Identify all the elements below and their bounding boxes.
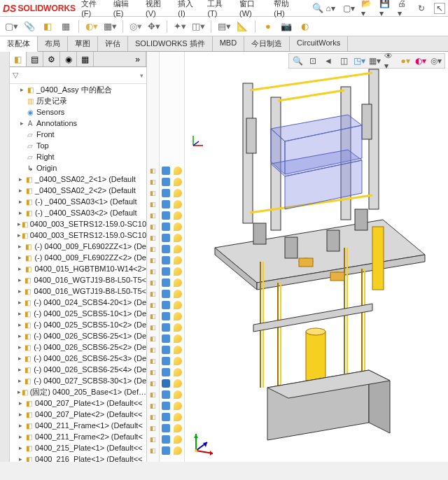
status-cell: [160, 210, 184, 221]
measure-icon[interactable]: 📐: [235, 20, 249, 34]
move-icon[interactable]: ✥▾: [147, 20, 161, 34]
tree-row-part[interactable]: ▸◧(-) 0400_026_SCBS6-25<3> (De: [10, 353, 146, 364]
menu-window[interactable]: 窗口(W): [239, 0, 267, 17]
tree-row-part[interactable]: ▸◧0400_015_HGBTBM10-W14<2>: [10, 263, 146, 274]
bom-icon[interactable]: ▤▾: [217, 20, 231, 34]
menu-insert[interactable]: 插入(I): [178, 0, 200, 17]
tree-row-origin[interactable]: ↳Origin: [10, 162, 146, 174]
menu-edit[interactable]: 编辑(E): [113, 0, 139, 17]
print-icon[interactable]: 🖨▾: [398, 3, 409, 14]
tree-row-plane[interactable]: ▱Right: [10, 151, 146, 162]
status-cell: [160, 277, 184, 288]
explode-icon[interactable]: ✦▾: [173, 20, 187, 34]
tab-mbd[interactable]: MBD: [213, 36, 244, 51]
svg-rect-23: [362, 104, 372, 139]
config-indicator: ◧: [147, 344, 159, 355]
open-doc-icon[interactable]: 📂▾: [361, 3, 372, 14]
tree-row-part[interactable]: ▸◧0400_016_WGTJ19-B8-L50-T5<: [10, 274, 146, 285]
config-indicator: ◧: [147, 266, 159, 277]
sketch-icon[interactable]: ▦: [59, 20, 73, 34]
camera-icon[interactable]: 📷: [279, 20, 293, 34]
menu-tools[interactable]: 工具(T): [207, 0, 232, 17]
tree-tab-config[interactable]: ⚙: [43, 52, 60, 66]
tree-row-part[interactable]: ▸◧(-) 0400_027_SCBS8-30<1> (De: [10, 375, 146, 386]
tab-evaluate[interactable]: 评估: [98, 36, 128, 51]
tree-row-part[interactable]: ▸◧(-) 0400_026_SCBS6-25<4> (De: [10, 364, 146, 375]
tree-row-part[interactable]: ▸◧0400_207_Plate<1> (Default<<: [10, 397, 146, 409]
tab-assembly[interactable]: 装配体: [0, 36, 38, 52]
tree-row-part[interactable]: ▸◧(-) 0400_026_SCBS6-25<2> (De: [10, 341, 146, 353]
tree-row-folder[interactable]: ▥历史记录: [10, 95, 146, 106]
tree-row-part[interactable]: ▸◧(-) 0400_009_FL6902ZZ<1> (De: [10, 241, 146, 252]
filter-dropdown-icon[interactable]: ▾: [140, 72, 144, 79]
tree-row-part[interactable]: ▸◧0400_211_Frame<1> (Default<: [10, 420, 146, 431]
tree-row-part[interactable]: ▸◧(-) 0400_025_SCBS5-10<1> (De: [10, 308, 146, 319]
status-cell: [160, 378, 184, 389]
cursor-icon[interactable]: ↖: [434, 3, 445, 14]
appearance-icon[interactable]: ◐: [298, 20, 312, 34]
new-icon[interactable]: ▢▾: [4, 20, 18, 34]
tab-layout[interactable]: 布局: [38, 36, 68, 51]
mate-icon[interactable]: ◎▾: [129, 20, 143, 34]
part-icon[interactable]: ◧: [41, 20, 55, 34]
tree-row-part[interactable]: ▸◧0400_207_Plate<2> (Default<<: [10, 409, 146, 420]
config-indicator: ◧: [147, 445, 159, 456]
tree-row-sensor[interactable]: ◉Sensors: [10, 106, 146, 118]
tree-row-part[interactable]: ▸◧(-) 0400_009_FL6902ZZ<2> (De: [10, 252, 146, 263]
rebuild-icon[interactable]: ↻: [416, 3, 427, 14]
tree-row-plane[interactable]: ▱Top: [10, 140, 146, 151]
save-icon[interactable]: 💾▾: [379, 3, 391, 14]
tree-tab-expand[interactable]: »: [130, 52, 146, 66]
tree-row-part[interactable]: ▸◧_0400_SSA02_2<1> (Default: [10, 174, 146, 185]
tree-row-part[interactable]: ▸◧(-) _0400_SSA03<2> (Default: [10, 207, 146, 218]
tree-row-part[interactable]: ▸◧(-) _0400_SSA03<1> (Default: [10, 196, 146, 207]
tree-row-part[interactable]: ▸◧(-) 0400_025_SCBS5-10<2> (De: [10, 319, 146, 330]
section-icon[interactable]: ◫▾: [191, 20, 205, 34]
menu-view[interactable]: 视图(V): [146, 0, 171, 17]
render-icon[interactable]: ●: [261, 20, 275, 34]
search-icon[interactable]: 🔍: [311, 1, 325, 15]
config-indicator: ◧: [147, 378, 159, 389]
tree-row-part[interactable]: ▸◧(固定) 0400_205_Base<1> (Def…: [10, 386, 146, 397]
tree-tab-other[interactable]: ▦: [77, 52, 94, 66]
tree-row-part[interactable]: ▸◧(-) 0400_024_SCBS4-20<1> (De: [10, 297, 146, 308]
config-indicator: ◧: [147, 411, 159, 423]
tree-row-part[interactable]: ▸◧0400_003_SETRS12-159.0-SC10: [10, 218, 146, 230]
tree-row-part[interactable]: ▸◧(-) 0400_026_SCBS6-25<1> (De: [10, 330, 146, 341]
tree-tab-feature[interactable]: ◧: [10, 52, 27, 66]
separator: [255, 20, 255, 33]
tab-today[interactable]: 今日制造: [244, 36, 290, 51]
tab-addins[interactable]: SOLIDWORKS 插件: [128, 36, 213, 51]
home-icon[interactable]: ⌂▾: [325, 3, 336, 14]
tab-sketch[interactable]: 草图: [68, 36, 98, 51]
tree-row-part[interactable]: ▸◧0400_216_Plate<1> (Default<<: [10, 453, 146, 462]
feature-tree-body[interactable]: ▸◧_0400_Assy 中的配合▥历史记录◉Sensors▸AAnnotati…: [10, 84, 146, 462]
tree-tab-property[interactable]: ▤: [27, 52, 43, 66]
tree-row-part[interactable]: ▸◧0400_003_SETRS12-159.0-SC10: [10, 230, 146, 241]
brand-text: SOLIDWORKS: [18, 3, 76, 13]
tree-row-asm[interactable]: ▸◧_0400_Assy 中的配合: [10, 84, 146, 95]
menu-help[interactable]: 帮助(H): [274, 0, 300, 17]
pattern-icon[interactable]: ▦▾: [103, 20, 117, 34]
view-triad-small: [190, 134, 204, 148]
tree-row-ann[interactable]: ▸AAnnotations: [10, 118, 146, 129]
tree-row-part[interactable]: ▸◧0400_215_Plate<1> (Default<<: [10, 442, 146, 453]
tab-circuitworks[interactable]: CircuitWorks: [290, 36, 348, 51]
config-indicator: ◧: [147, 277, 159, 288]
view-triad-large[interactable]: [189, 430, 217, 458]
new-doc-icon[interactable]: ▢▾: [343, 3, 354, 14]
ds-logo-text: DS: [3, 3, 16, 14]
svg-rect-39: [330, 272, 344, 281]
graphics-viewport[interactable]: 🔍 ⊡ ◄ ◫ ◳▾ ▦▾ 👁▾ ●▾ ◐▾ ◎▾: [185, 52, 448, 462]
attach-icon[interactable]: 📎: [22, 20, 36, 34]
tree-row-plane[interactable]: ▱Front: [10, 129, 146, 140]
tree-row-part[interactable]: ▸◧0400_016_WGTJ19-B8-L50-T5<: [10, 285, 146, 297]
tree-row-part[interactable]: ▸◧0400_211_Frame<2> (Default<: [10, 431, 146, 442]
tree-tab-display[interactable]: ◉: [60, 52, 77, 66]
feature-icon[interactable]: ◐▾: [85, 20, 99, 34]
tree-row-part[interactable]: ▸◧_0400_SSA02_2<2> (Default: [10, 185, 146, 196]
filter-icon[interactable]: ▽: [13, 71, 18, 80]
menu-file[interactable]: 文件(F): [81, 0, 106, 17]
svg-marker-44: [210, 451, 213, 456]
svg-marker-46: [194, 434, 198, 438]
